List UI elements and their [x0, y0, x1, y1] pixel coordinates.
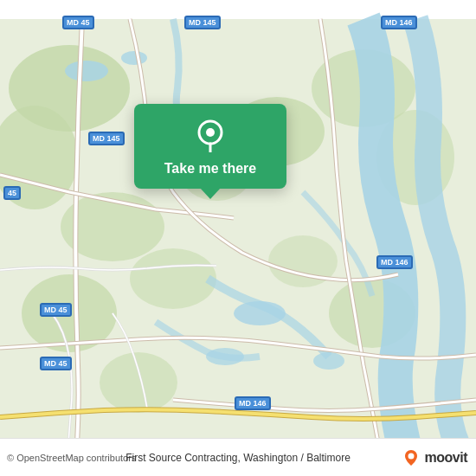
moovit-brand-label: moovit: [425, 450, 467, 466]
attribution-area: © OpenStreetMap contributors: [7, 453, 136, 463]
location-pin-icon: [194, 119, 227, 152]
road-badge-md45-bot: MD 45: [40, 357, 72, 370]
road-badge-md146-bot: MD 146: [235, 396, 271, 410]
road-badge-md146-top: MD 146: [381, 16, 417, 29]
road-badge-md45-top: MD 45: [62, 16, 94, 29]
road-badge-md145-mid: MD 145: [88, 132, 125, 145]
popup-label: Take me there: [164, 161, 256, 177]
moovit-pin-icon: [402, 448, 421, 467]
osm-attribution: © OpenStreetMap contributors: [7, 453, 136, 463]
road-badge-md145-top: MD 145: [184, 16, 221, 29]
take-me-there-popup[interactable]: Take me there: [134, 104, 286, 189]
svg-point-20: [408, 453, 414, 459]
map-container: MD 45 MD 145 MD 146 45 MD 146 MD 145 MD …: [0, 0, 476, 476]
road-badge-md146-right: MD 146: [376, 255, 413, 269]
road-badge-45-left: 45: [3, 186, 21, 200]
svg-point-4: [130, 248, 216, 309]
location-label: First Source Contracting, Washington / B…: [125, 452, 351, 464]
svg-point-13: [65, 61, 108, 81]
svg-point-6: [100, 352, 177, 413]
svg-point-19: [206, 128, 215, 137]
road-badge-md45-mid: MD 45: [40, 303, 72, 317]
svg-point-14: [121, 51, 147, 65]
bottom-bar: © OpenStreetMap contributors First Sourc…: [0, 438, 476, 476]
moovit-logo: moovit: [402, 448, 467, 467]
